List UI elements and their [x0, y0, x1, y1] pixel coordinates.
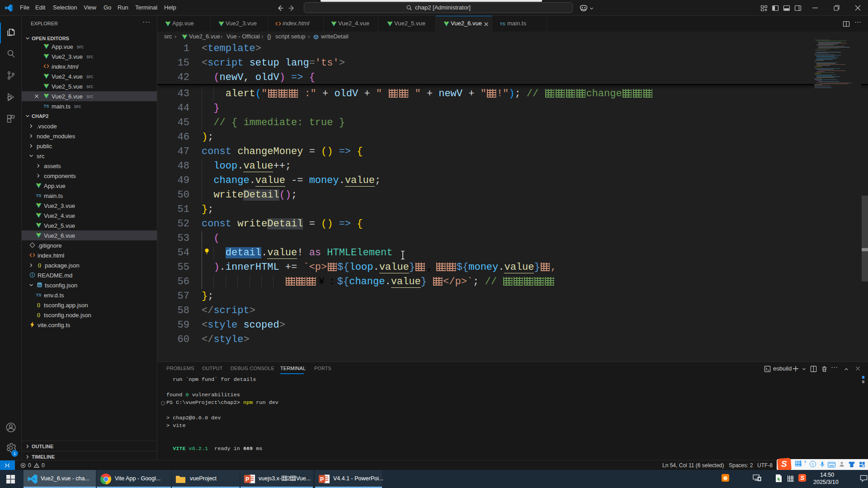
- svg-text:P: P: [245, 476, 249, 483]
- svg-text:ts: ts: [38, 283, 41, 287]
- svg-text:TS: TS: [44, 104, 49, 108]
- svg-text:TS: TS: [500, 22, 505, 26]
- svg-text:TS: TS: [36, 293, 42, 297]
- svg-text:P: P: [320, 476, 324, 483]
- svg-text:{}: {}: [38, 263, 42, 267]
- svg-text:{}: {}: [37, 303, 41, 307]
- svg-text:TS: TS: [36, 193, 42, 198]
- svg-text:{}: {}: [37, 313, 41, 317]
